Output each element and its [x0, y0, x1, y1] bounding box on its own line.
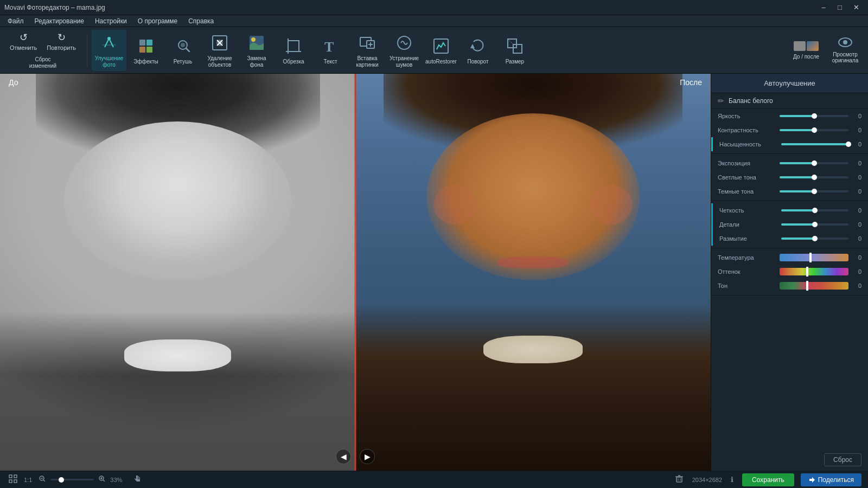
white-balance-icon: ✏: [718, 97, 724, 105]
before-photo: [0, 74, 355, 471]
next-arrow[interactable]: ▶: [360, 449, 375, 464]
enhance-icon: [99, 33, 119, 53]
svg-line-26: [508, 39, 513, 44]
denoise-label: Устранениешумов: [390, 55, 419, 68]
tool-autorestorer[interactable]: autoRestorer: [424, 30, 458, 71]
tool-enhance[interactable]: Улучшениефото: [92, 30, 126, 71]
canvas-area[interactable]: До После: [0, 74, 711, 471]
separator-3: [711, 248, 868, 248]
maximize-button[interactable]: □: [832, 2, 847, 13]
tool-remove-obj[interactable]: Удалениеобъектов: [202, 30, 237, 71]
before-after-label: До / после: [793, 54, 819, 60]
slider-shadows: Темные тона 0: [711, 184, 868, 198]
reset-button[interactable]: Сброс: [824, 453, 861, 466]
menu-help[interactable]: Справка: [183, 16, 219, 26]
after-label: После: [680, 78, 702, 87]
rotate-icon: [468, 36, 488, 56]
zoom-out-button[interactable]: [36, 474, 48, 485]
undo-icon: ↺: [20, 31, 28, 43]
tool-resize[interactable]: Размер: [497, 30, 532, 71]
temperature-slider[interactable]: [780, 254, 848, 261]
tool-retouch[interactable]: Ретушь: [165, 30, 200, 71]
sharpness-slider[interactable]: [781, 209, 848, 211]
svg-line-39: [103, 480, 105, 481]
contrast-slider[interactable]: [780, 129, 848, 131]
fit-to-screen-button[interactable]: [7, 473, 20, 486]
rotate-label: Поворот: [467, 59, 488, 65]
slider-highlights: Светлые тона 0: [711, 170, 868, 184]
save-button[interactable]: Сохранить: [742, 473, 794, 486]
slider-temperature: Температура 0: [711, 251, 868, 265]
redo-button[interactable]: ↻ Повторить: [42, 29, 80, 53]
undo-label: Отменить: [10, 44, 37, 51]
tool-denoise[interactable]: Устранениешумов: [387, 30, 422, 71]
info-button[interactable]: ℹ: [729, 474, 736, 485]
svg-rect-40: [676, 477, 682, 482]
shadows-slider[interactable]: [780, 190, 848, 192]
preview-icon: [838, 37, 853, 49]
window-controls: – □ ✕: [816, 2, 864, 13]
close-button[interactable]: ✕: [848, 2, 864, 13]
retouch-label: Ретушь: [174, 59, 192, 65]
redo-label: Повторить: [47, 44, 76, 51]
white-balance-label: Баланс белого: [729, 97, 773, 105]
brightness-slider[interactable]: [780, 115, 848, 117]
crop-icon: [283, 36, 304, 56]
svg-rect-13: [288, 41, 299, 52]
tool-crop[interactable]: Обрезка: [276, 30, 311, 71]
images-container: [0, 74, 711, 471]
slider-contrast: Контрастность 0: [711, 123, 868, 137]
details-slider[interactable]: [781, 223, 848, 226]
svg-rect-4: [146, 47, 152, 53]
svg-rect-32: [14, 480, 17, 483]
svg-rect-2: [146, 40, 152, 46]
zoom-slider-track[interactable]: [50, 479, 94, 480]
panel-title: Автоулучшение: [764, 79, 815, 87]
highlights-slider[interactable]: [780, 176, 848, 178]
separator-2: [711, 201, 868, 201]
text-label: Текст: [323, 59, 337, 65]
menu-settings[interactable]: Настройки: [90, 16, 132, 26]
separator-1: [711, 153, 868, 154]
menu-edit[interactable]: Редактирование: [29, 16, 90, 26]
right-panel: Автоулучшение ✏ Баланс белого Яркость 0 …: [711, 74, 868, 471]
zoom-in-button[interactable]: [96, 474, 108, 485]
tool-replace-bg[interactable]: Заменафона: [239, 30, 274, 71]
share-button[interactable]: Поделиться: [801, 473, 861, 486]
slider-blur: Размытие 0: [711, 232, 868, 246]
white-balance-row: ✏ Баланс белого: [711, 93, 868, 109]
tool-text[interactable]: T Текст: [313, 30, 348, 71]
menu-file[interactable]: Файл: [2, 16, 29, 26]
remove-obj-label: Удалениеобъектов: [207, 55, 232, 68]
slider-tone: Тон 0: [711, 279, 868, 293]
svg-point-0: [107, 37, 111, 40]
hue-slider[interactable]: [780, 268, 848, 275]
tool-insert-img[interactable]: Вставкакартинки: [350, 30, 385, 71]
photo-divider[interactable]: [355, 74, 356, 471]
slider-hue: Оттенок 0: [711, 265, 868, 279]
preview-original-button[interactable]: Просмотр оригинала: [828, 30, 863, 71]
tool-rotate[interactable]: Поворот: [461, 30, 495, 71]
tool-effects[interactable]: Эффекты: [129, 30, 163, 71]
minimize-button[interactable]: –: [816, 2, 831, 13]
blur-slider[interactable]: [781, 237, 848, 240]
slider-exposure: Экспозиция 0: [711, 156, 868, 170]
effects-label: Эффекты: [133, 59, 158, 65]
remove-obj-icon: [209, 33, 230, 53]
undo-button[interactable]: ↺ Отменить: [5, 29, 41, 53]
denoise-icon: [394, 33, 414, 53]
svg-rect-1: [139, 40, 145, 46]
reset-changes-button[interactable]: Сбросизменений: [25, 54, 61, 72]
menu-about[interactable]: О программе: [132, 16, 183, 26]
title-bar: Movavi Фоторедактор – mama.jpg – □ ✕: [0, 0, 868, 15]
before-after-button[interactable]: До / после: [789, 30, 824, 71]
exposure-slider[interactable]: [780, 162, 848, 164]
delete-button[interactable]: [673, 473, 686, 486]
after-photo: [355, 74, 711, 471]
tone-slider[interactable]: [780, 282, 848, 290]
saturation-slider[interactable]: [781, 143, 848, 145]
separator-4: [711, 295, 868, 296]
resize-icon: [505, 36, 525, 56]
prev-arrow[interactable]: ◀: [336, 449, 351, 464]
pan-tool-button[interactable]: [131, 473, 144, 486]
